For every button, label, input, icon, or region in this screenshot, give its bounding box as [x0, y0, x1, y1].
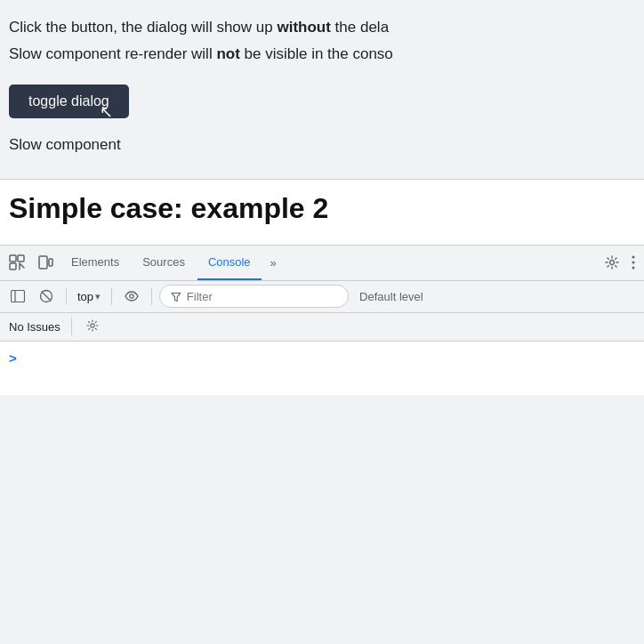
- svg-point-7: [632, 262, 635, 264]
- svg-point-8: [632, 267, 635, 270]
- chevron-down-icon: ▾: [95, 291, 101, 302]
- settings-button[interactable]: [600, 252, 624, 273]
- content-area: Click the button, the dialog will show u…: [0, 0, 644, 179]
- line1-suffix: the dela: [331, 19, 389, 36]
- toolbar-divider3: [151, 287, 152, 305]
- devtools-right-icons: [600, 252, 640, 273]
- issues-settings-button[interactable]: [83, 318, 102, 336]
- slow-component-label: Slow component: [9, 136, 632, 154]
- line1-prefix: Click the button, the dialog will show u…: [9, 19, 277, 36]
- devtools-console-area[interactable]: >: [0, 342, 644, 395]
- svg-point-13: [130, 294, 133, 298]
- svg-rect-9: [12, 291, 25, 302]
- devtools-panel: Elements Sources Console »: [0, 245, 644, 395]
- more-options-icon: [632, 255, 635, 270]
- filter-input-wrapper: [159, 285, 349, 308]
- settings-icon: [605, 255, 619, 270]
- toolbar-divider2: [111, 287, 112, 305]
- svg-rect-3: [39, 256, 47, 269]
- svg-line-12: [42, 292, 51, 301]
- live-expressions-button[interactable]: [119, 287, 144, 305]
- line1-bold: without: [277, 19, 330, 36]
- devtools-issues-row: No Issues: [0, 313, 644, 342]
- tab-console[interactable]: Console: [197, 245, 262, 280]
- filter-icon: [171, 291, 181, 302]
- svg-rect-4: [49, 259, 52, 266]
- more-options-button[interactable]: [626, 252, 640, 273]
- example2-heading: Simple case: example 2: [9, 192, 635, 225]
- svg-rect-1: [18, 255, 24, 262]
- no-issues-label: No Issues: [9, 320, 60, 334]
- clear-console-icon: [39, 289, 53, 303]
- device-toolbar-icon: [37, 254, 53, 270]
- devtools-toolbar-row: top ▾ Default level: [0, 281, 644, 313]
- example2-section: Simple case: example 2: [0, 180, 644, 245]
- svg-rect-2: [10, 263, 16, 270]
- filter-input[interactable]: [187, 290, 337, 303]
- svg-point-14: [91, 323, 94, 326]
- tab-sources[interactable]: Sources: [132, 245, 196, 280]
- console-chevron-icon: >: [9, 350, 17, 366]
- top-context-dropdown[interactable]: top ▾: [74, 288, 104, 305]
- line2-bold: not: [216, 45, 239, 62]
- svg-point-6: [632, 256, 635, 259]
- inspect-element-button[interactable]: [4, 251, 30, 274]
- devtools-tabs-row: Elements Sources Console »: [0, 246, 644, 281]
- line2-prefix: Slow component re-render will: [9, 45, 216, 62]
- default-level-label: Default level: [359, 290, 423, 303]
- inspect-element-icon: [9, 254, 25, 270]
- clear-console-button[interactable]: [34, 286, 59, 307]
- more-tabs-button[interactable]: »: [263, 253, 284, 273]
- description-line1: Click the button, the dialog will show u…: [9, 16, 632, 39]
- eye-icon: [125, 291, 139, 302]
- sidebar-icon: [11, 290, 25, 302]
- sidebar-toggle-button[interactable]: [5, 286, 30, 306]
- line2-suffix: be visible in the conso: [240, 45, 393, 62]
- svg-point-5: [610, 261, 615, 265]
- description-line2: Slow component re-render will not be vis…: [9, 43, 632, 66]
- device-toolbar-button[interactable]: [32, 251, 59, 274]
- toolbar-divider1: [66, 287, 67, 305]
- toggle-dialog-button[interactable]: toggle dialog ↖: [9, 85, 129, 118]
- issues-gear-icon: [86, 319, 99, 332]
- issues-divider: [71, 318, 72, 335]
- tab-elements[interactable]: Elements: [60, 245, 130, 280]
- console-prompt: >: [9, 349, 635, 366]
- svg-rect-0: [10, 255, 16, 262]
